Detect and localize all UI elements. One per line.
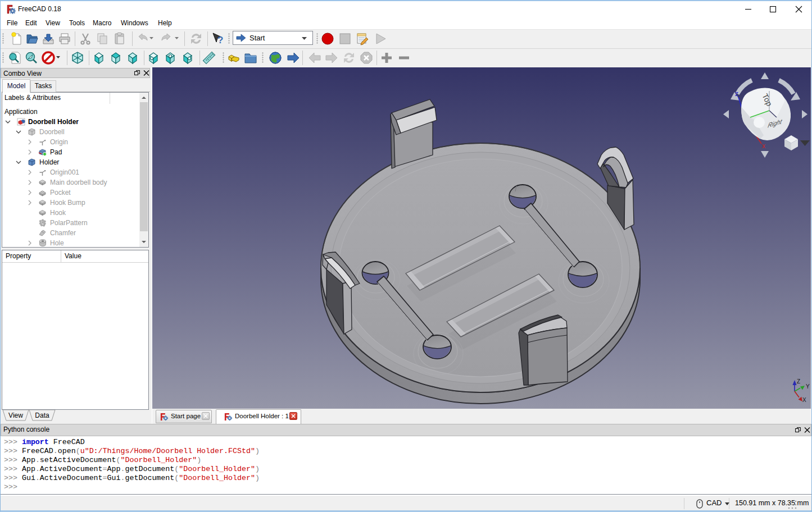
svg-text:X: X: [802, 397, 806, 403]
svg-text:x: x: [762, 142, 765, 150]
svg-text:Z: Z: [797, 378, 800, 385]
svg-text:?: ?: [217, 35, 223, 45]
svg-text:Data: Data: [35, 412, 49, 419]
svg-text:z: z: [735, 90, 738, 98]
svg-text:Y: Y: [806, 383, 810, 390]
svg-text:View: View: [8, 412, 23, 419]
